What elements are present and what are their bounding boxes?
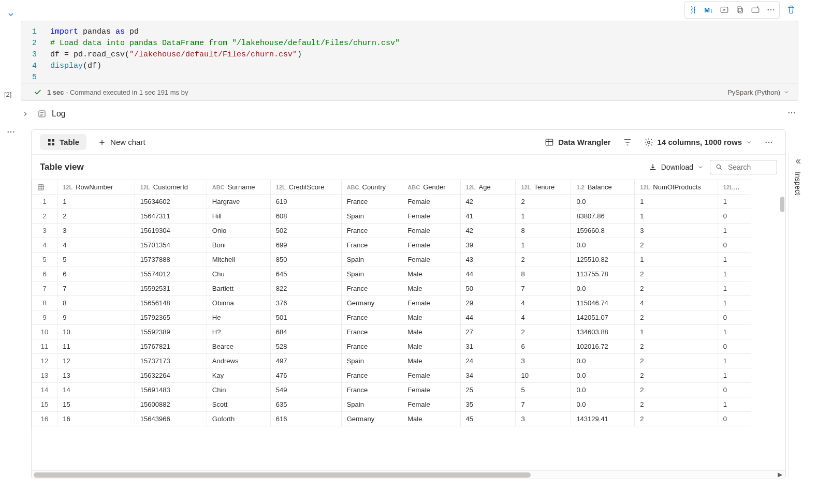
column-header[interactable]: 12LCustomerId [135,180,207,195]
table-cell: 5 [57,253,135,267]
column-header[interactable]: 12LRowNumber [57,180,135,195]
table-cell: 7 [516,281,571,296]
new-chart-button[interactable]: New chart [91,134,153,150]
search-input[interactable] [727,162,768,172]
column-header[interactable]: 1.2Balance [571,180,635,195]
more-icon[interactable] [764,3,778,17]
table-cell: 3 [516,354,571,368]
svg-rect-3 [752,8,759,12]
table-cell: 6 [32,267,57,281]
table-tab[interactable]: Table [40,134,86,150]
svg-rect-14 [48,139,51,142]
table-cell: 501 [270,310,341,325]
data-wrangler-button[interactable]: Data Wrangler [541,135,615,150]
table-cell: 1 [57,195,135,209]
cell-actions-icon[interactable] [6,127,16,137]
column-header[interactable]: ABCGender [402,180,460,195]
copilot-icon[interactable] [686,3,701,17]
table-row[interactable]: 131315632264Kay476FranceFemale34100.021 [32,368,751,383]
table-row[interactable]: 141415691483Chin549FranceFemale2550.020 [32,383,751,397]
svg-rect-1 [738,8,742,13]
column-header[interactable]: 12LHasC [718,180,751,195]
table-cell: 6 [57,267,135,281]
table-cell: 2 [635,238,718,253]
table-cell: 1 [718,325,751,339]
table-cell: Female [402,209,460,224]
markdown-icon[interactable]: M↓ [702,3,716,17]
table-cell: 2 [57,209,135,224]
table-row[interactable]: 121215737173Andrews497SpainMale2430.021 [32,354,751,368]
table-cell: 7 [516,397,571,412]
table-cell: 31 [460,339,516,354]
run-below-icon[interactable] [717,3,732,17]
copy-icon[interactable] [733,3,747,17]
table-cell: 8 [516,267,571,281]
scroll-right-icon[interactable]: ▶ [778,471,782,478]
table-row[interactable]: 3315619304Onio502FranceFemale428159660.8… [32,224,751,238]
table-row[interactable]: 6615574012Chu645SpainMale448113755.7821 [32,267,751,281]
log-more-icon[interactable] [787,108,796,117]
table-cell: 42 [460,195,516,209]
column-header[interactable]: 12LNumOfProducts [635,180,718,195]
table-cell: Goforth [207,412,270,426]
language-selector[interactable]: PySpark (Python) [727,88,790,96]
table-row[interactable]: 9915792365He501FranceMale444142051.0720 [32,310,751,325]
collapse-inspect-icon[interactable] [794,157,802,166]
horizontal-scrollbar-thumb[interactable] [34,472,531,478]
table-cell: 15767821 [135,339,207,354]
table-cell: 1 [635,253,718,267]
table-row[interactable]: 2215647311Hill608SpainFemale41183807.861… [32,209,751,224]
column-header[interactable]: 12LTenure [516,180,571,195]
search-box[interactable] [710,160,777,174]
table-cell: 1 [635,209,718,224]
horizontal-scrollbar[interactable]: ▶ [32,470,785,479]
code-editor[interactable]: 12345 import pandas as pd# Load data int… [21,21,798,83]
columns-summary-button[interactable]: 14 columns, 1000 rows [640,135,756,150]
table-cell: France [341,310,402,325]
table-cell: Female [402,238,460,253]
svg-point-6 [773,9,774,10]
table-scroll[interactable]: 12LRowNumber12LCustomerIdABCSurname12LCr… [32,180,785,470]
table-row[interactable]: 7715592531Bartlett822FranceMale5070.021 [32,281,751,296]
delete-cell-icon[interactable] [784,2,798,17]
insert-below-icon[interactable] [748,3,763,17]
column-header[interactable]: 12LCreditScore [270,180,341,195]
log-section: Log [20,106,798,122]
table-cell: Scott [207,397,270,412]
table-row[interactable]: 8815656148Obinna376GermanyFemale29411504… [32,296,751,310]
table-row[interactable]: 101015592389H?684FranceMale272134603.881… [32,325,751,339]
table-cell: Female [402,397,460,412]
download-icon [649,163,657,171]
svg-point-13 [13,131,14,132]
table-row[interactable]: 5515737888Mitchell850SpainFemale43212551… [32,253,751,267]
table-cell: 3 [516,412,571,426]
table-row[interactable]: 4415701354Boni699FranceFemale3910.020 [32,238,751,253]
column-header[interactable] [32,180,57,195]
vertical-scrollbar-thumb[interactable] [780,197,784,212]
table-cell: Female [402,296,460,310]
column-header[interactable]: 12LAge [460,180,516,195]
table-row[interactable]: 151515600882Scott635SpainFemale3570.021 [32,397,751,412]
column-header[interactable]: ABCCountry [341,180,402,195]
table-cell: 2 [635,397,718,412]
output-more-icon[interactable] [761,134,777,151]
collapse-cell-icon[interactable] [5,8,17,21]
table-cell: 2 [635,368,718,383]
inspect-tab[interactable]: Inspect [794,172,802,195]
log-label[interactable]: Log [52,109,66,118]
column-header[interactable]: ABCSurname [207,180,270,195]
table-cell: 4 [57,238,135,253]
table-cell: 39 [460,238,516,253]
table-row[interactable]: 111115767821Bearce528FranceMale316102016… [32,339,751,354]
table-cell: 11 [57,339,135,354]
table-cell: 15691483 [135,383,207,397]
download-button[interactable]: Download [649,163,704,171]
table-row[interactable]: 1115634602Hargrave619FranceFemale4220.01… [32,195,751,209]
table-cell: Germany [341,412,402,426]
table-cell: 5 [32,253,57,267]
table-cell: 4 [635,296,718,310]
table-row[interactable]: 161615643966Goforth616GermanyMale4531431… [32,412,751,426]
filter-icon[interactable] [619,134,636,151]
table-cell: 608 [270,209,341,224]
expand-log-icon[interactable] [22,110,32,117]
